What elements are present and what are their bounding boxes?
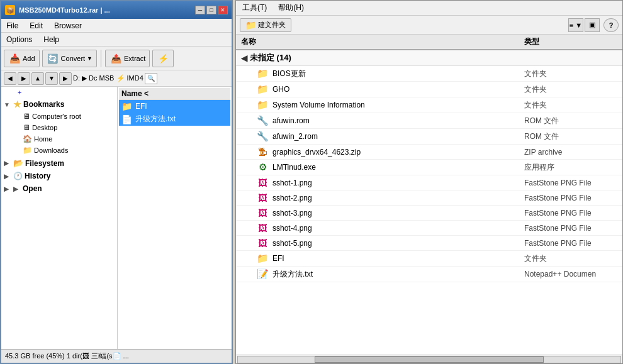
file-list-header: Name < bbox=[119, 88, 230, 100]
fm-row-afuwin-rom[interactable]: 🔧 afuwin.rom ROM 文件 bbox=[236, 113, 622, 129]
rar-file-panel: Name < 📁 EFI 📄 升级方法.txt bbox=[118, 87, 232, 349]
convert-dropdown-icon[interactable]: ▼ bbox=[87, 55, 93, 62]
sshot2-icon: 🖼 bbox=[256, 192, 269, 203]
sshot1-type: FastStone PNG File bbox=[524, 179, 617, 187]
fm-row-gho[interactable]: 📁 GHO 文件夹 bbox=[236, 82, 622, 97]
afuwin2-rom-type: ROM 文件 bbox=[524, 131, 617, 142]
fm-file-table: 名称 类型 ◀ 未指定 (14) 📁 BIOS更新 文件夹 📁 GHO 文件夹 … bbox=[236, 35, 622, 355]
gho-name: GHO bbox=[272, 85, 524, 94]
upgrade-txt-name: 升级方法.txt bbox=[272, 269, 524, 280]
fm-row-graphics-zip[interactable]: 🗜 graphics_drvx64_4623.zip ZIP archive bbox=[236, 145, 622, 160]
fm-row-sshot1[interactable]: 🖼 sshot-1.png FastStone PNG File bbox=[236, 175, 622, 190]
bookmarks-items: 🖥 Computer's root 🖥 Desktop 🏠 Home 📁 Dow… bbox=[10, 111, 116, 156]
fm-action-bar: 📁 建文件夹 ≡ ▼ ▣ ? bbox=[236, 16, 622, 35]
tree-add-button[interactable]: + bbox=[15, 88, 116, 97]
address-path: D: ▶ Dc MSB ⚡ IMD4 bbox=[73, 74, 143, 82]
open-label: Open bbox=[23, 184, 42, 193]
fm-row-sshot5[interactable]: 🖼 sshot-5.png FastStone PNG File bbox=[236, 236, 622, 251]
file-item-efi[interactable]: 📁 EFI bbox=[119, 100, 230, 113]
filesystem-icon: 📂 bbox=[13, 158, 23, 168]
sshot2-type: FastStone PNG File bbox=[524, 194, 617, 202]
rar-title: MSB250MD4Turbo12.rar | ... bbox=[19, 6, 110, 14]
fm-name-header: 名称 bbox=[241, 36, 524, 47]
menu-edit[interactable]: Edit bbox=[27, 21, 45, 31]
fm-row-upgrade-txt[interactable]: 📝 升级方法.txt Notepad++ Documen bbox=[236, 267, 622, 282]
view-list-button[interactable]: ≡ ▼ bbox=[568, 18, 583, 32]
minimize-button[interactable]: ─ bbox=[195, 6, 205, 14]
up-button[interactable]: ▲ bbox=[31, 72, 44, 85]
open-expand-icon: ▶ bbox=[4, 185, 11, 192]
fm-type-header: 类型 bbox=[524, 36, 617, 47]
fm-row-lmtinud[interactable]: ⚙ LMTinud.exe 应用程序 bbox=[236, 160, 622, 175]
bookmarks-icon: ★ bbox=[13, 99, 21, 109]
forward-button[interactable]: ▶ bbox=[18, 72, 30, 85]
fm-row-sshot3[interactable]: 🖼 sshot-3.png FastStone PNG File bbox=[236, 206, 622, 221]
downloads-label: Downloads bbox=[34, 146, 68, 154]
search-button[interactable]: 🔍 bbox=[145, 73, 157, 84]
rar-status-bar: 45.3 GB free (45%) 1 dir(🖼 三i蝠(s📄 ... bbox=[1, 349, 232, 363]
create-folder-icon: 📁 bbox=[245, 20, 256, 30]
extract-button[interactable]: 📤 Extract bbox=[105, 50, 150, 67]
fm-row-sshot4[interactable]: 🖼 sshot-4.png FastStone PNG File bbox=[236, 221, 622, 236]
menu-options[interactable]: Options bbox=[4, 35, 35, 45]
more-icon: ⚡ bbox=[157, 52, 169, 65]
add-button[interactable]: 📥 Add bbox=[4, 50, 40, 67]
open-header[interactable]: ▶ ▶ Open bbox=[3, 183, 116, 194]
fm-group-header[interactable]: ◀ 未指定 (14) bbox=[236, 50, 622, 66]
bookmarks-header[interactable]: ▼ ★ Bookmarks bbox=[3, 98, 116, 111]
maximize-button[interactable]: □ bbox=[206, 6, 216, 14]
create-folder-button[interactable]: 📁 建文件夹 bbox=[240, 18, 291, 32]
view-panel-button[interactable]: ▣ bbox=[585, 18, 600, 32]
fm-row-sysvolinfo[interactable]: 📁 System Volume Information 文件夹 bbox=[236, 97, 622, 113]
menu-help[interactable]: Help bbox=[41, 35, 62, 45]
nav-right[interactable]: ▶ bbox=[59, 72, 72, 85]
back-button[interactable]: ◀ bbox=[4, 72, 16, 85]
nav-dropdown[interactable]: ▼ bbox=[45, 72, 58, 85]
fm-scrollbar-thumb[interactable] bbox=[315, 356, 544, 363]
bookmarks-label: Bookmarks bbox=[23, 100, 64, 109]
tree-item-computer-root[interactable]: 🖥 Computer's root bbox=[10, 111, 116, 122]
afuwin2-rom-icon: 🔧 bbox=[256, 131, 269, 142]
view-buttons: ≡ ▼ ▣ bbox=[568, 18, 600, 32]
open-expand-icon2: ▶ bbox=[13, 185, 21, 192]
open-section: ▶ ▶ Open bbox=[3, 183, 116, 194]
add-icon: 📥 bbox=[8, 52, 21, 65]
sshot4-icon: 🖼 bbox=[256, 223, 269, 233]
sshot3-name: sshot-3.png bbox=[272, 209, 524, 218]
history-header[interactable]: ▶ 🕐 History bbox=[3, 170, 116, 182]
efi-fm-type: 文件夹 bbox=[524, 253, 617, 264]
menu-file[interactable]: File bbox=[4, 21, 21, 31]
fm-horizontal-scrollbar[interactable] bbox=[237, 356, 621, 363]
home-icon: 🏠 bbox=[23, 135, 32, 143]
lmtinud-name: LMTinud.exe bbox=[272, 163, 524, 172]
bios-type: 文件夹 bbox=[524, 69, 617, 79]
graphics-zip-type: ZIP archive bbox=[524, 148, 617, 157]
fm-row-bios[interactable]: 📁 BIOS更新 文件夹 bbox=[236, 66, 622, 82]
fm-row-afuwin2-rom[interactable]: 🔧 afuwin_2.rom ROM 文件 bbox=[236, 129, 622, 145]
fm-menu-bar: 工具(T) 帮助(H) bbox=[236, 1, 622, 16]
menu-browser[interactable]: Browser bbox=[52, 21, 84, 31]
tree-item-downloads[interactable]: 📁 Downloads bbox=[10, 145, 116, 156]
add-label: Add bbox=[23, 55, 35, 62]
history-section: ▶ 🕐 History bbox=[3, 170, 116, 182]
downloads-icon: 📁 bbox=[23, 146, 32, 155]
convert-button[interactable]: 🔄 Convert ▼ bbox=[42, 50, 97, 67]
efi-fm-icon: 📁 bbox=[256, 253, 269, 264]
tree-item-desktop[interactable]: 🖥 Desktop bbox=[10, 122, 116, 133]
home-label: Home bbox=[34, 135, 52, 143]
fm-help-icon: ? bbox=[609, 21, 614, 29]
close-button[interactable]: ✕ bbox=[218, 6, 228, 14]
more-button[interactable]: ⚡ bbox=[152, 50, 174, 67]
desktop-label: Desktop bbox=[32, 124, 57, 131]
fm-menu-tools[interactable]: 工具(T) bbox=[240, 2, 269, 14]
fm-help-button[interactable]: ? bbox=[603, 18, 619, 32]
fm-row-efi[interactable]: 📁 EFI 文件夹 bbox=[236, 251, 622, 267]
file-item-upgrade[interactable]: 📄 升级方法.txt bbox=[119, 113, 230, 126]
tree-panel: + ▼ ★ Bookmarks 🖥 Computer's root 🖥 Desk… bbox=[1, 87, 118, 349]
rar-menu-bar-2: Options Help bbox=[1, 33, 232, 47]
fm-menu-help[interactable]: 帮助(H) bbox=[276, 2, 306, 14]
history-label: History bbox=[25, 172, 50, 180]
fm-row-sshot2[interactable]: 🖼 sshot-2.png FastStone PNG File bbox=[236, 190, 622, 206]
filesystem-header[interactable]: ▶ 📂 Filesystem bbox=[3, 157, 116, 169]
tree-item-home[interactable]: 🏠 Home bbox=[10, 133, 116, 145]
